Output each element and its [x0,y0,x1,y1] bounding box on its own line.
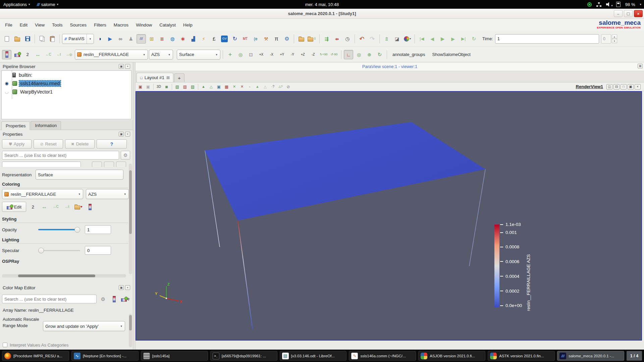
apply-button[interactable]: ⛊Apply [2,139,32,148]
layout-tab[interactable]: □ Layout #1 ⊠ [137,73,173,82]
last-frame-icon[interactable]: ▶| [459,34,468,44]
show-color-legend-toggle[interactable] [2,50,11,59]
record-indicator-icon[interactable] [587,2,592,7]
pick-center-icon[interactable]: ⊕ [365,50,374,59]
scrollbar-thumb[interactable] [18,275,95,277]
open-data-folder-icon[interactable] [297,34,306,44]
interactive-help-icon[interactable]: △? [277,83,284,90]
menu-catalyst[interactable]: Catalyst [156,20,179,29]
vertical-scrollbar[interactable] [129,314,132,347]
slab-surface[interactable] [205,122,485,221]
previous-frame-icon[interactable]: ◀ [428,34,437,44]
interpret-categories-checkbox[interactable] [3,343,7,347]
reset-button[interactable]: ⊘Reset [34,139,63,148]
gv-module-icon[interactable]: GV [221,36,228,42]
workspace-pager[interactable]: 1 / 4 [627,351,642,361]
menu-window[interactable]: Window [132,20,156,29]
opacity-input[interactable] [85,225,111,234]
menu-help[interactable]: Help [179,20,196,29]
select-cells-through-icon[interactable]: ▨ [189,83,196,90]
search-options-gear-icon[interactable]: ⚙ [98,294,108,304]
opacity-slider-knob[interactable] [74,227,80,233]
select-block-icon[interactable]: ▣ [215,83,222,90]
close-panel-icon[interactable]: × [125,64,130,69]
select-cells-on-icon[interactable]: ▧ [174,83,181,90]
rescale-to-visible-icon[interactable]: ↔◎ [64,50,74,59]
copy-view-icon[interactable]: ▣ [145,83,152,90]
menu-filters[interactable]: Filters [90,20,110,29]
smesh-module-icon[interactable]: ♟ [126,34,136,44]
use-separate-color-map-icon[interactable]: 2 [28,202,38,212]
import-data-folder-icon[interactable]: ⇩ [307,34,317,44]
opacity-slider[interactable] [38,227,80,232]
geometry-module-icon[interactable]: ▶ [105,34,115,44]
rescale-over-time-icon[interactable]: ↔t [54,50,63,59]
hover-cells-icon[interactable]: ▫ [246,83,253,90]
scrollbar-thumb[interactable] [129,170,132,234]
options-gear-icon[interactable]: ⚙ [282,34,291,44]
rotate-90-cw-icon[interactable]: ↻+90 [319,50,328,59]
delete-button[interactable]: ✖Delete [65,139,95,148]
float-view-icon[interactable]: ▣ [628,84,634,89]
clipped-button[interactable] [92,162,102,167]
rescale-mode-combo[interactable]: Grow and update on 'Apply' ▾ [43,321,125,331]
open-file-icon[interactable] [12,34,22,44]
edit-color-map-button[interactable]: Edit [2,202,26,212]
toggle-3d-mode-label[interactable]: 3D [155,83,162,90]
connect-server-icon[interactable]: ⇶ [322,34,331,44]
view-minus-y-icon[interactable]: -Y [288,50,297,59]
scrollbar-thumb[interactable] [129,315,132,330]
cme-search-input[interactable] [2,295,97,303]
query-selection-icon[interactable]: ·? [269,83,276,90]
battery-icon[interactable] [616,2,621,7]
taskbar-item[interactable]: ✎ssls146a.comm (~/NGC/... [349,351,416,361]
globe-module-icon[interactable]: ◍ [168,34,177,44]
specular-input[interactable] [85,246,111,255]
zoom-to-box-icon[interactable]: ⊡ [246,50,256,59]
clipped-button[interactable] [104,162,114,167]
reset-camera-icon[interactable]: + [225,50,235,59]
adao-module-icon[interactable]: ⚡ [199,34,208,44]
taskbar-item[interactable]: ASTK version 2021.0.fin... [488,351,555,361]
homard-module-icon[interactable]: ∗ [178,34,187,44]
rotate-90-ccw-icon[interactable]: ↺-90 [329,50,339,59]
component-combo[interactable]: AZS ▾ [149,50,173,60]
color-array-combo[interactable]: reslin__FERRAILLAGE ▾ [75,50,148,60]
close-panel-icon[interactable]: × [125,285,130,290]
timer-icon[interactable]: ◷ [343,34,352,44]
representation-select[interactable]: Surface [36,170,123,180]
panel-splitter[interactable] [133,62,136,350]
loop-icon[interactable]: ↻ [469,34,479,44]
clipped-button[interactable] [116,162,126,167]
tab-properties[interactable]: Properties [1,121,30,130]
rescale-to-data-range-icon[interactable]: ↔ [33,50,43,59]
float-panel-icon[interactable]: ▣ [119,132,124,136]
taskbar-item[interactable]: [Procédure IMPR_RESU a... [2,351,69,361]
color-legend-bar[interactable] [494,225,499,307]
eficas-module-icon[interactable]: £ [209,34,219,44]
color-palette-icon[interactable]: ▾ [403,34,412,44]
render-view-label[interactable]: RenderView1 [576,84,606,89]
time-input[interactable] [495,34,599,44]
close-scene-icon[interactable]: ⊠ [638,64,643,68]
close-view-icon[interactable]: × [635,84,641,89]
next-frame-icon[interactable]: ▶ [448,34,458,44]
horizontal-scrollbar[interactable] [2,274,126,278]
float-panel-icon[interactable]: ▣ [119,285,124,290]
freehand-select-icon[interactable]: ✕ [231,83,238,90]
deselect-icon[interactable]: ✕ [238,83,246,90]
taskbar-item[interactable]: ∿[Neptune [En fonction] -... [71,351,139,361]
mesh-module-icon[interactable]: ∞ [116,34,125,44]
minimize-button[interactable]: – [614,10,623,17]
help-button[interactable]: ? [97,139,127,148]
frame-input[interactable] [601,34,611,44]
undo-icon[interactable]: ↶ [357,34,367,44]
med-module-icon[interactable]: ≣ [157,34,167,44]
clear-selection-icon[interactable]: ⊘ [285,83,292,90]
edit-color-map-icon[interactable] [12,50,22,59]
taskbar-item[interactable]: ASJOB version 2021.0.fi... [418,351,485,361]
search-options-gear-icon[interactable]: ⚙ [121,151,130,160]
view-plus-x-icon[interactable]: +X [257,50,266,59]
split-view-vertical-icon[interactable]: ⊟ [613,84,620,89]
spin-down-icon[interactable]: ▼ [612,39,617,43]
